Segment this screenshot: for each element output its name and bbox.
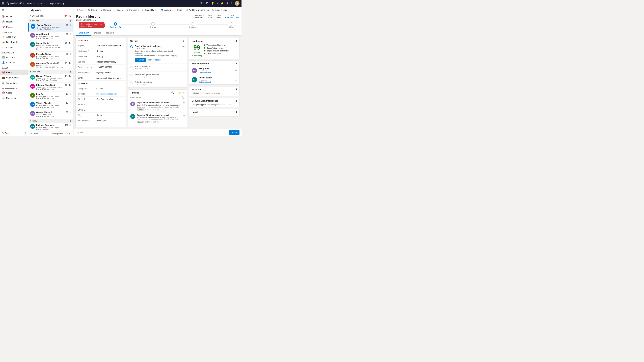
health-title: Health bbox=[192, 111, 198, 113]
share-button[interactable]: ↗ Share bbox=[172, 8, 184, 12]
calendar-icon[interactable]: 🗓 bbox=[206, 2, 209, 5]
call-action-icon[interactable]: 📞 bbox=[69, 75, 71, 77]
emaillink-button[interactable]: ✉ Email a Link bbox=[211, 8, 228, 12]
work-item-prescilla[interactable]: PF Prescilla Fisher Email followup to we… bbox=[28, 52, 73, 61]
bpf-stage-close[interactable]: Close bbox=[229, 22, 234, 28]
email-action-icon[interactable]: ✉ bbox=[70, 53, 71, 55]
email-action-icon[interactable]: ✉ bbox=[70, 24, 71, 26]
call-action-icon[interactable]: 📞 bbox=[69, 84, 71, 86]
lead-score-card: Lead score ℹ 99 Grade A ↗Improving bbox=[189, 38, 240, 59]
marketing-button[interactable]: 📋 Add to Marketing List bbox=[184, 8, 211, 12]
sidebar-item-pinned[interactable]: 📌 Pinned bbox=[0, 24, 28, 30]
timeline-filter-icon[interactable]: ⚡ bbox=[178, 91, 181, 94]
assistant-info-icon[interactable]: ℹ bbox=[236, 88, 237, 91]
user-avatar[interactable]: S bbox=[235, 1, 240, 6]
bpf-stage-develop[interactable]: Develop bbox=[150, 22, 156, 28]
timeline-search-icon[interactable]: 🔍 bbox=[171, 91, 174, 94]
nav-sep1: › bbox=[34, 2, 34, 5]
email-action-icon[interactable]: ✉ bbox=[70, 111, 71, 113]
delete-button[interactable]: 🗑 Delete bbox=[87, 8, 99, 12]
bpf-prev-button[interactable]: ‹ bbox=[108, 23, 108, 27]
sidebar-item-dashboards[interactable]: 📊 Dashboards bbox=[0, 39, 28, 45]
more-button[interactable]: ⋯ bbox=[228, 8, 234, 12]
sidebar-item-accelerator[interactable]: ⚡ Accelerator bbox=[0, 34, 28, 39]
tab-details[interactable]: Details bbox=[92, 30, 104, 36]
sidebar-item-goals[interactable]: 🎯 Goals bbox=[0, 90, 28, 95]
filter-icon[interactable]: ⚡ bbox=[220, 2, 224, 5]
settings-icon[interactable]: ⚙ bbox=[226, 2, 228, 5]
email-action-icon[interactable]: ✉ bbox=[70, 33, 71, 35]
work-item-inna[interactable]: IB Inna Bar Email followup to web query … bbox=[28, 92, 73, 101]
sidebar-item-contacts[interactable]: 👤 Contacts bbox=[0, 60, 28, 65]
who-knows-who-info-icon[interactable]: ℹ bbox=[236, 62, 237, 65]
sidebar-item-leads[interactable]: 🎯 Leads bbox=[0, 69, 28, 75]
bpf-label[interactable]: Opportunity sales process Active for 1 d… bbox=[79, 22, 104, 28]
work-item-nathan[interactable]: NW Nathan Willson Schedule a meeting wit… bbox=[28, 73, 73, 83]
call-action-icon[interactable]: 📞 bbox=[69, 62, 71, 64]
sidebar-item-competitors[interactable]: ⚔ Competitors bbox=[0, 80, 28, 86]
assign-button[interactable]: 👤 Assign bbox=[159, 8, 172, 12]
mywork-calendar-button[interactable]: 📅 bbox=[64, 14, 67, 17]
email-action-button[interactable]: ✉ Email bbox=[135, 58, 146, 62]
tab-summary[interactable]: Summary bbox=[76, 30, 92, 36]
robert-get-introduced[interactable]: Get introduced bbox=[199, 81, 234, 83]
work-item-jane[interactable]: JH Jane Howard Email followup to web que… bbox=[28, 32, 73, 41]
nav-breadcrumb[interactable]: My work bbox=[36, 2, 44, 5]
work-item-alexandra[interactable]: AV Alexandra Vareshnikoff Follow up call… bbox=[28, 61, 73, 70]
tab-related[interactable]: Related bbox=[104, 30, 116, 36]
work-item-regina[interactable]: RM Regina Murphy Email follow-up to web … bbox=[28, 23, 73, 32]
sidebar-item-sales-bottom[interactable]: S Sales ⬆ bbox=[0, 130, 28, 136]
qualify-button[interactable]: ✓ Qualify bbox=[112, 8, 124, 12]
henry-get-introduced[interactable]: Get introduced bbox=[199, 72, 234, 74]
mark-complete-button[interactable]: Mark complete bbox=[148, 59, 161, 61]
up-next-refresh-icon[interactable]: ↻ bbox=[183, 39, 185, 42]
email-action-icon[interactable]: ✉ bbox=[70, 102, 71, 104]
sales-bottom-chevron[interactable]: ⬆ bbox=[24, 132, 26, 134]
sidebar-collapse-button[interactable]: ≡ bbox=[0, 7, 28, 13]
bpf-stage-qualify[interactable]: Qualify (1 D) bbox=[110, 22, 121, 28]
robert-menu-icon[interactable]: ≡ bbox=[235, 78, 237, 82]
save-button[interactable]: Save bbox=[229, 130, 240, 135]
email-action-icon[interactable]: ✉ bbox=[70, 93, 71, 95]
health-info-icon[interactable]: ℹ bbox=[236, 111, 237, 113]
refresh-button[interactable]: ↻ Refresh bbox=[99, 8, 112, 12]
disqualify-button[interactable]: ✗ Disqualify ∨ bbox=[140, 8, 157, 12]
timeline-note-input[interactable] bbox=[130, 96, 181, 99]
conversation-info-icon[interactable]: ℹ bbox=[236, 99, 237, 102]
emaillink-icon: ✉ bbox=[212, 8, 214, 11]
mywork-search-button[interactable]: 🔍 bbox=[68, 14, 71, 17]
sidebar-item-home[interactable]: 🏠 Home bbox=[0, 13, 28, 19]
work-item-girogio[interactable]: GM Girogio Marconi Send product info Due… bbox=[28, 110, 73, 119]
brand-chevron[interactable]: ∨ bbox=[23, 2, 24, 4]
sidebar-item-recent[interactable]: 🕐 Recent ∨ bbox=[0, 19, 28, 24]
up-next-more-icon[interactable]: ⋯ bbox=[182, 45, 185, 48]
timeline-add-icon[interactable]: + bbox=[176, 91, 177, 94]
process-button[interactable]: ⚙ Process ∨ bbox=[125, 8, 140, 12]
work-item-shoue[interactable]: SM Shoue Morita Follow-up call with his … bbox=[28, 41, 73, 52]
sidebar-item-forecasts[interactable]: 📈 Forecasts bbox=[0, 95, 28, 101]
sidebar-item-accounts[interactable]: 🏢 Accounts bbox=[0, 54, 28, 60]
bpf-stage-propose[interactable]: Propose bbox=[189, 22, 196, 28]
work-item-vittorio[interactable]: VB Vittorio Bianchi Email followup to we… bbox=[28, 101, 73, 110]
lead-score-info-icon[interactable]: ℹ bbox=[236, 40, 237, 42]
question-icon[interactable]: ? bbox=[231, 2, 232, 5]
sidebar-item-opportunities[interactable]: 💼 Opportunities bbox=[0, 75, 28, 80]
filter-button[interactable]: ≡ By: Due date bbox=[30, 15, 63, 17]
henry-menu-icon[interactable]: ≡ bbox=[235, 69, 237, 72]
email-action-icon[interactable]: ✉ bbox=[70, 124, 71, 126]
sidebar-item-activities[interactable]: ✓ Activities bbox=[0, 45, 28, 50]
work-item-eduardo[interactable]: EM Eduardo Moedlliani Schedule a meeting… bbox=[28, 83, 73, 92]
subtitle-chevron[interactable]: ∨ bbox=[95, 19, 96, 21]
apps-icon[interactable]: ⊞ bbox=[2, 1, 4, 5]
new-button[interactable]: + New bbox=[76, 8, 84, 12]
timeline-attach-icon[interactable]: 📎 bbox=[182, 96, 185, 99]
up-next-radio[interactable] bbox=[130, 45, 133, 48]
bpf-next-button[interactable]: › bbox=[235, 23, 236, 27]
timeline-more-icon[interactable]: ⋯ bbox=[182, 91, 185, 94]
search-icon[interactable]: 🔍 bbox=[200, 2, 204, 5]
help-icon[interactable]: 💡 bbox=[211, 2, 214, 5]
field-street2: Street 2 --- bbox=[76, 102, 126, 107]
call-action-icon[interactable]: 📞 bbox=[69, 42, 71, 44]
add-icon[interactable]: + bbox=[217, 2, 218, 5]
work-item-philippe[interactable]: PG Philippe Gonzales Email followup to w… bbox=[28, 123, 73, 132]
